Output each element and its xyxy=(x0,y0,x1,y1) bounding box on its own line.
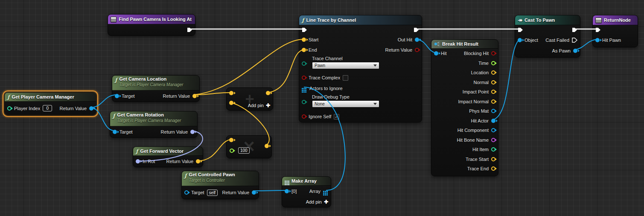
multiply-b-value-input[interactable]: 100 xyxy=(238,147,250,154)
exec-out-pin[interactable] xyxy=(572,27,577,32)
pin-label: Normal xyxy=(474,80,489,85)
target-value-input[interactable]: self xyxy=(207,190,218,196)
node-header: ↠ Cast To Pawn xyxy=(515,15,580,25)
in-rot-pin[interactable] xyxy=(136,159,140,163)
node-title: Break Hit Result xyxy=(442,41,478,47)
hit-component-pin[interactable] xyxy=(491,128,495,132)
exec-in-pin[interactable] xyxy=(595,27,601,32)
add-pin-label: Add pin xyxy=(248,103,264,108)
pin-label: Hit xyxy=(441,51,446,56)
target-pin[interactable] xyxy=(113,130,117,134)
trace-channel-dropdown[interactable]: Pawn xyxy=(312,62,379,69)
multiply-output-pin[interactable] xyxy=(265,144,269,148)
hit-bone-name-pin[interactable] xyxy=(491,138,495,142)
node-return[interactable]: ReturnNode Hit Pawn xyxy=(592,15,638,47)
array-output-pin[interactable] xyxy=(323,191,324,192)
hit-item-pin[interactable] xyxy=(491,147,495,152)
node-break-hit-result[interactable]: Break Hit Result Hit Blocking Hit Time L… xyxy=(431,39,498,176)
node-line-trace-by-channel[interactable]: ƒ Line Trace by Channel Start Out Hit En… xyxy=(299,15,422,123)
return-value-pin[interactable] xyxy=(190,130,195,134)
node-get-controlled-pawn[interactable]: ƒ Get Controlled Pawn Target is Controll… xyxy=(181,171,259,199)
trace-end-pin[interactable] xyxy=(491,166,495,171)
pin-label: Return Value xyxy=(222,190,249,195)
impact-normal-pin[interactable] xyxy=(491,99,495,104)
return-value-pin[interactable] xyxy=(196,159,200,163)
node-header: ƒ Get Camera Rotation Target is Player C… xyxy=(110,111,197,126)
node-get-player-camera-manager[interactable]: ƒ Get Player Camera Manager Player Index… xyxy=(4,92,96,115)
node-make-array[interactable]: Make Array [0] Array Add pin ✚ xyxy=(282,176,331,207)
add-output-pin[interactable] xyxy=(266,91,270,95)
node-header: ReturnNode xyxy=(593,15,638,25)
exec-in-pin[interactable] xyxy=(518,27,523,32)
node-header: Find Pawn Camera Is Looking At xyxy=(108,15,195,24)
trace-channel-pin[interactable] xyxy=(302,61,306,66)
pin-label: Player Index xyxy=(14,106,40,111)
node-get-camera-rotation[interactable]: ƒ Get Camera Rotation Target is Player C… xyxy=(110,111,198,138)
hit-pawn-pin[interactable] xyxy=(595,38,600,42)
hit-pin[interactable] xyxy=(434,51,438,55)
pin-label: Ignore Self xyxy=(309,114,331,119)
function-icon: ƒ xyxy=(184,173,187,178)
ignore-self-checkbox[interactable] xyxy=(334,114,339,120)
phys-mat-pin[interactable] xyxy=(491,109,495,113)
return-value-pin[interactable] xyxy=(192,94,197,98)
node-title: Make Array xyxy=(291,178,317,184)
pin-label: Impact Normal xyxy=(458,99,489,104)
node-get-forward-vector[interactable]: ƒ Get Forward Vector In Rot Return Value xyxy=(133,146,203,167)
start-pin[interactable] xyxy=(302,38,306,42)
trace-complex-checkbox[interactable] xyxy=(343,75,348,81)
player-index-value-input[interactable]: 0 xyxy=(43,105,52,111)
ignore-self-pin[interactable] xyxy=(302,114,306,119)
add-pin-button[interactable]: ✚ xyxy=(324,199,328,205)
out-hit-pin[interactable] xyxy=(415,38,419,42)
blueprint-graph-canvas[interactable]: Find Pawn Camera Is Looking At ƒ Get Pla… xyxy=(0,0,644,216)
draw-debug-type-dropdown[interactable]: None xyxy=(312,100,379,108)
object-pin[interactable] xyxy=(518,38,522,42)
node-vector-add[interactable]: + Add pin ✚ xyxy=(226,88,273,111)
exec-out-pin[interactable] xyxy=(187,27,192,32)
break-struct-icon xyxy=(434,41,440,47)
pin-label: Return Value xyxy=(163,93,190,99)
multiply-input-a-pin[interactable] xyxy=(229,138,233,142)
return-value-pin[interactable] xyxy=(415,48,419,52)
node-get-camera-location[interactable]: ƒ Get Camera Location Target is Player C… xyxy=(112,75,200,102)
add-pin-button[interactable]: ✚ xyxy=(266,102,270,108)
add-input-a-pin[interactable] xyxy=(229,91,233,95)
add-input-b-pin[interactable] xyxy=(229,101,233,105)
blocking-hit-pin[interactable] xyxy=(491,51,495,55)
node-header: Make Array xyxy=(282,177,331,186)
multiply-input-b-pin[interactable] xyxy=(230,149,234,153)
array-element-0-pin[interactable] xyxy=(285,189,289,193)
end-pin[interactable] xyxy=(302,48,306,52)
cast-failed-exec-pin[interactable] xyxy=(572,38,577,43)
player-index-pin[interactable] xyxy=(7,106,12,111)
pin-label: Trace Complex xyxy=(309,75,340,80)
target-pin[interactable] xyxy=(115,94,119,98)
hit-actor-pin[interactable] xyxy=(491,119,495,123)
draw-debug-type-pin[interactable] xyxy=(302,100,306,104)
function-icon: ƒ xyxy=(136,149,138,154)
trace-complex-pin[interactable] xyxy=(302,76,306,80)
normal-pin[interactable] xyxy=(491,80,495,85)
time-pin[interactable] xyxy=(491,61,495,65)
pin-label: Start xyxy=(309,37,318,42)
cast-icon: ↠ xyxy=(518,18,522,23)
node-cast-to-pawn[interactable]: ↠ Cast To Pawn Object Cast Failed As Paw… xyxy=(515,15,580,58)
pin-label: Trace Start xyxy=(466,157,489,162)
target-pin[interactable] xyxy=(184,190,189,195)
node-vector-multiply[interactable]: ✕ 100 xyxy=(226,135,272,158)
return-value-pin[interactable] xyxy=(89,106,93,111)
return-value-pin[interactable] xyxy=(252,190,256,195)
trace-start-pin[interactable] xyxy=(491,157,495,161)
actors-to-ignore-pin[interactable] xyxy=(302,88,303,89)
as-pawn-pin[interactable] xyxy=(573,49,577,53)
location-pin[interactable] xyxy=(491,70,495,75)
impact-point-pin[interactable] xyxy=(491,90,495,94)
node-title: Get Camera Location xyxy=(119,76,184,82)
exec-in-pin[interactable] xyxy=(302,27,307,32)
node-find-pawn-camera[interactable]: Find Pawn Camera Is Looking At xyxy=(108,14,195,36)
pin-label: Return Value xyxy=(385,47,412,53)
function-icon: ƒ xyxy=(302,18,304,23)
exec-out-pin[interactable] xyxy=(414,27,419,32)
pin-label: Array xyxy=(309,189,321,194)
